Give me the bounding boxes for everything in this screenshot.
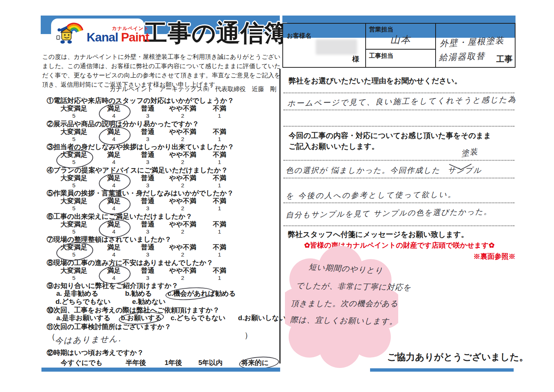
survey-question: ⑦現場の整理整頓はされていましたか？大変満足5満足4普通3やや不満2不満1 — [47, 235, 261, 259]
rating-value: 2 — [181, 205, 184, 211]
customer-name-label: お客様名 — [287, 32, 311, 40]
footer-blue-bar-right — [370, 368, 514, 372]
rating-value: 3 — [146, 205, 150, 211]
writing-rule — [283, 178, 514, 178]
rating-option: 不満1 — [201, 128, 238, 142]
feedback-handwritten-line1: 色の選択が 悩ましかった。今回作成したサンプル — [286, 165, 482, 175]
rating-label: 大変満足 — [61, 197, 87, 205]
rating-option: 満足4 — [97, 105, 131, 119]
rating-value: 4 — [112, 251, 115, 258]
rating-label: 普通 — [141, 221, 154, 228]
customer-name-cell: お客様名 様 — [283, 24, 366, 67]
rating-value: 5 — [72, 275, 75, 281]
rating-option: 大変満足5 — [51, 267, 97, 281]
rating-value: 2 — [181, 159, 184, 165]
rating-option: やや不満2 — [164, 128, 201, 142]
footer-blue-bar-left — [41, 368, 280, 372]
rating-value: 2 — [181, 136, 184, 142]
choice-option: e.勧めない — [132, 298, 166, 306]
rating-option: 不満1 — [201, 105, 238, 119]
sticky-handwritten-line: でしたが、非常に丁寧に対応を — [296, 280, 412, 292]
work-rep-label: 工事担当 — [369, 52, 393, 60]
rating-value: 1 — [218, 182, 221, 188]
rating-label: やや不満 — [169, 244, 196, 251]
rating-option: 満足4 — [97, 244, 131, 258]
rating-label: やや不満 — [169, 105, 196, 113]
rating-option: やや不満2 — [164, 221, 201, 235]
rating-label: 不満 — [213, 244, 226, 251]
writing-rule — [283, 225, 514, 226]
rating-option: 大変満足5 — [51, 174, 97, 188]
rating-label: 満足 — [107, 244, 121, 251]
handwritten-answer-row: （今はありません.） — [47, 331, 261, 348]
writing-rule — [283, 93, 514, 93]
rating-label: 不満 — [213, 267, 226, 275]
rating-value: 5 — [72, 113, 75, 119]
rating-label: 不満 — [213, 151, 226, 159]
rating-value: 2 — [181, 251, 184, 258]
rating-label: 不満 — [213, 174, 226, 182]
rating-value: 3 — [146, 159, 150, 165]
choice-option: c.どちらでもない — [171, 314, 225, 322]
rating-label: やや不満 — [169, 128, 196, 136]
survey-section: ①電話対応や来店時のスタッフの対応はいかがでしょうか？大変満足5満足4普通3やや… — [47, 97, 261, 367]
reason-handwritten-answer: ホームページで見て、良い施工をしてくれそうと感じた為 — [287, 94, 517, 109]
survey-question: ①電話対応や来店時のスタッフの対応はいかがでしょうか？大変満足5満足4普通3やや… — [47, 97, 261, 120]
page-title: 工事の通信簿 — [144, 17, 289, 49]
sales-rep-label: 営業担当 — [369, 26, 393, 34]
sticky-note-section-title: 弊社スタッフへ付箋にメッセージをお願い致します。 — [288, 229, 469, 239]
survey-question: ③担当者の身だしなみや挨拶はしっかり出来ていましたか？大変満足5満足4普通3やや… — [47, 143, 261, 166]
close-paren: ） — [244, 330, 252, 341]
question-text: ⑥工事の出来栄えにご満足いただけましたか？ — [47, 212, 261, 220]
rating-option: 普通3 — [131, 105, 164, 119]
rating-option: 大変満足5 — [51, 244, 97, 258]
rating-value: 1 — [218, 275, 221, 281]
sales-rep-handwritten: 山本 — [366, 33, 435, 46]
rating-option: 不満1 — [201, 151, 238, 165]
work-type-suffix: 工事 — [496, 54, 513, 65]
survey-question: ⑨お知り合いに弊社をご紹介頂けますか？a. 是非勧めるb.勧めるc.機会があれば… — [47, 282, 261, 306]
rating-label: 普通 — [141, 174, 154, 182]
column-divider-line — [279, 69, 281, 363]
rating-label: やや不満 — [169, 151, 196, 159]
flower-sticky-note: 短い期間のやりとり でしたが、非常に丁寧に対応を 頂きました。次の機会がある 際… — [285, 245, 398, 368]
rating-value: 1 — [218, 159, 221, 165]
survey-question: ⑩次回、工事をお考えの際は弊社へご依頼頂けますか？a.是非お願いするb.お願いす… — [47, 306, 261, 323]
rating-value: 3 — [146, 136, 150, 142]
sticky-handwritten-line: 際は、宜しくお願いします。 — [290, 314, 397, 326]
rating-option: 大変満足5 — [51, 151, 97, 165]
rating-option: 満足4 — [97, 197, 131, 211]
work-type-handwritten-1: 外壁・屋根塗装 — [439, 34, 504, 49]
choice-option: d.お願いしない — [238, 314, 286, 322]
rating-value: 5 — [72, 182, 75, 188]
choice-option: d.どちらでもない — [56, 298, 111, 306]
rating-option: 不満1 — [201, 267, 238, 281]
work-type-cell: 外壁・屋根塗装 給湯器取替 工事 — [436, 24, 515, 67]
rating-label: 大変満足 — [61, 128, 87, 136]
rating-value: 1 — [218, 228, 221, 235]
rating-option: 不満1 — [201, 244, 238, 258]
rating-label: 満足 — [107, 151, 121, 159]
rating-label: 大変満足 — [61, 174, 87, 182]
staff-cell-divider — [366, 49, 436, 50]
rating-label: 不満 — [213, 197, 226, 205]
rating-option: やや不満2 — [164, 151, 201, 165]
question-text: ⑨お知り合いに弊社をご紹介頂けますか？ — [47, 282, 261, 289]
rating-option: 普通3 — [131, 151, 164, 165]
rating-scale: 大変満足5満足4普通3やや不満2不満1 — [51, 105, 261, 119]
rating-option: 満足4 — [97, 267, 131, 281]
rating-label: やや不満 — [169, 174, 196, 182]
feedback-title-line1: 今回の工事の内容・対応についてお感じ頂いた事をそのまま — [289, 130, 491, 141]
rating-option: 大変満足5 — [51, 105, 97, 119]
rating-value: 1 — [218, 251, 221, 258]
rating-option: やや不満2 — [164, 267, 201, 281]
rating-scale: 大変満足5満足4普通3やや不満2不満1 — [51, 151, 261, 165]
rating-option: 満足4 — [97, 221, 131, 235]
rating-value: 3 — [146, 228, 150, 235]
rating-option: 不満1 — [201, 174, 238, 188]
writing-rule — [283, 202, 514, 203]
rating-scale: 大変満足5満足4普通3やや不満2不満1 — [51, 244, 261, 258]
rating-scale: 大変満足5満足4普通3やや不満2不満1 — [51, 267, 261, 281]
rating-label: 普通 — [141, 128, 154, 136]
writing-rule — [283, 160, 514, 161]
